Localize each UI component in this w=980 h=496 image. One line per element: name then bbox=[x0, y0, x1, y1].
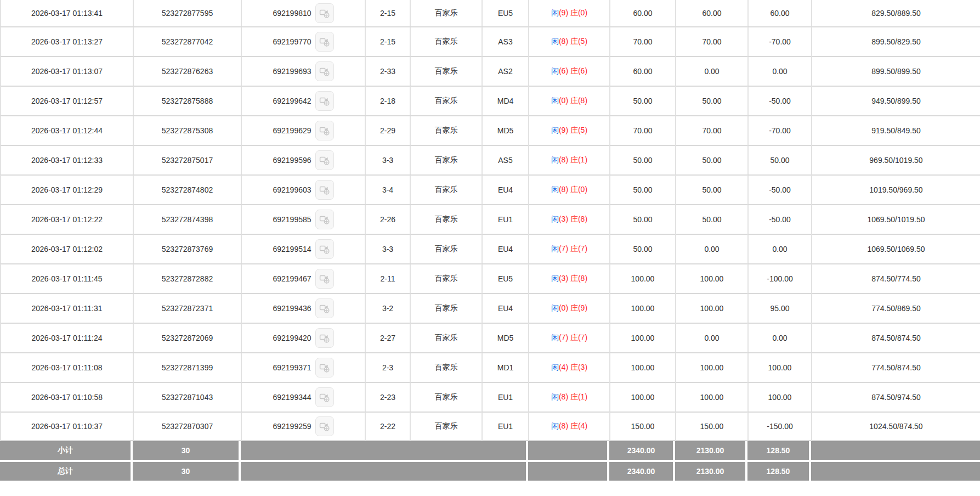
game-cell: 百家乐 bbox=[410, 323, 481, 352]
game-cell: 百家乐 bbox=[410, 352, 481, 382]
table-code-cell: EU4 bbox=[481, 234, 528, 263]
video-camera-film-icon bbox=[319, 36, 330, 47]
bet-amount-cell[interactable]: 50.00 bbox=[609, 204, 675, 234]
total-winloss: 128.50 bbox=[747, 462, 811, 481]
bet-amount-cell[interactable]: 100.00 bbox=[609, 352, 675, 382]
subtotal-valid: 2130.00 bbox=[675, 441, 747, 460]
round-id: 692199596 bbox=[273, 156, 311, 165]
result-cell: 闲(8) 庄(4) bbox=[528, 412, 609, 441]
result-cell: 闲(3) 庄(8) bbox=[528, 204, 609, 234]
result-cell: 闲(9) 庄(0) bbox=[528, 0, 609, 26]
result-cell: 闲(8) 庄(1) bbox=[528, 145, 609, 174]
bet-id-cell: 523272872882 bbox=[133, 263, 241, 293]
subtotal-label: 小计 bbox=[0, 441, 133, 460]
bet-amount-cell[interactable]: 100.00 bbox=[609, 323, 675, 352]
winloss-cell: -50.00 bbox=[747, 86, 811, 115]
valid-amount-cell: 100.00 bbox=[675, 293, 747, 323]
bet-amount-cell[interactable]: 150.00 bbox=[609, 412, 675, 441]
subtotal-spacer bbox=[241, 441, 528, 460]
bet-id-cell: 523272875888 bbox=[133, 86, 241, 115]
result-player-label: 闲 bbox=[551, 274, 559, 283]
bet-amount-cell[interactable]: 50.00 bbox=[609, 234, 675, 263]
time-cell: 2026-03-17 01:10:58 bbox=[0, 382, 133, 412]
time-cell: 2026-03-17 01:11:45 bbox=[0, 263, 133, 293]
result-player-label: 闲 bbox=[551, 333, 559, 342]
result-player-label: 闲 bbox=[551, 303, 559, 312]
video-button[interactable] bbox=[315, 387, 334, 407]
round-id: 692199693 bbox=[273, 67, 311, 76]
winloss-cell: 60.00 bbox=[747, 0, 811, 26]
table-round-cell: 3-4 bbox=[365, 174, 410, 204]
bet-amount-cell[interactable]: 100.00 bbox=[609, 293, 675, 323]
time-cell: 2026-03-17 01:13:07 bbox=[0, 56, 133, 86]
round-id-cell: 692199514 bbox=[241, 234, 365, 263]
result-player-label: 闲 bbox=[551, 392, 559, 401]
bet-amount-cell[interactable]: 50.00 bbox=[609, 86, 675, 115]
round-id: 692199514 bbox=[273, 245, 311, 253]
bet-amount-cell[interactable]: 100.00 bbox=[609, 382, 675, 412]
video-button[interactable] bbox=[315, 210, 334, 229]
balance-cell: 774.50/869.50 bbox=[811, 293, 980, 323]
result-detail: (8) 庄(1) bbox=[559, 155, 587, 164]
video-button[interactable] bbox=[315, 121, 334, 140]
game-cell: 百家乐 bbox=[410, 174, 481, 204]
bet-amount-cell[interactable]: 100.00 bbox=[609, 263, 675, 293]
balance-cell: 874.50/774.50 bbox=[811, 263, 980, 293]
subtotal-bet: 2340.00 bbox=[609, 441, 675, 460]
table-row: 2026-03-17 01:10:37 523272870307 6921992… bbox=[0, 412, 980, 441]
round-id-cell: 692199603 bbox=[241, 174, 365, 204]
bet-amount-cell[interactable]: 50.00 bbox=[609, 174, 675, 204]
video-button[interactable] bbox=[315, 61, 334, 81]
bet-amount-cell[interactable]: 60.00 bbox=[609, 56, 675, 86]
video-camera-film-icon bbox=[319, 214, 330, 225]
video-button[interactable] bbox=[315, 180, 334, 200]
bet-id-cell: 523272872069 bbox=[133, 323, 241, 352]
table-row: 2026-03-17 01:11:08 523272871399 6921993… bbox=[0, 352, 980, 382]
result-player-label: 闲 bbox=[551, 421, 559, 430]
video-button[interactable] bbox=[315, 150, 334, 170]
video-button[interactable] bbox=[315, 416, 334, 436]
video-button[interactable] bbox=[315, 239, 334, 259]
video-button[interactable] bbox=[315, 3, 334, 23]
bet-id-cell: 523272870307 bbox=[133, 412, 241, 441]
video-button[interactable] bbox=[315, 32, 334, 52]
valid-amount-cell: 50.00 bbox=[675, 145, 747, 174]
result-player-label: 闲 bbox=[551, 155, 559, 164]
video-button[interactable] bbox=[315, 328, 334, 348]
table-round-cell: 2-23 bbox=[365, 382, 410, 412]
time-cell: 2026-03-17 01:12:29 bbox=[0, 174, 133, 204]
table-round-cell: 2-29 bbox=[365, 115, 410, 145]
game-cell: 百家乐 bbox=[410, 293, 481, 323]
bet-id-cell: 523272872371 bbox=[133, 293, 241, 323]
table-code-cell: MD5 bbox=[481, 115, 528, 145]
result-cell: 闲(8) 庄(1) bbox=[528, 382, 609, 412]
bet-amount-cell[interactable]: 70.00 bbox=[609, 115, 675, 145]
balance-cell: 1019.50/969.50 bbox=[811, 174, 980, 204]
bet-amount-cell[interactable]: 50.00 bbox=[609, 145, 675, 174]
video-button[interactable] bbox=[315, 298, 334, 318]
result-cell: 闲(0) 庄(8) bbox=[528, 86, 609, 115]
round-id: 692199585 bbox=[273, 215, 311, 224]
video-button[interactable] bbox=[315, 269, 334, 289]
table-round-cell: 3-3 bbox=[365, 234, 410, 263]
round-id: 692199467 bbox=[273, 274, 311, 283]
winloss-cell: 50.00 bbox=[747, 145, 811, 174]
balance-cell: 949.50/899.50 bbox=[811, 86, 980, 115]
video-button[interactable] bbox=[315, 91, 334, 111]
result-detail: (3) 庄(8) bbox=[559, 274, 587, 283]
result-player-label: 闲 bbox=[551, 185, 559, 194]
table-row: 2026-03-17 01:11:31 523272872371 6921994… bbox=[0, 293, 980, 323]
game-cell: 百家乐 bbox=[410, 26, 481, 56]
round-id: 692199259 bbox=[273, 422, 311, 431]
time-cell: 2026-03-17 01:11:08 bbox=[0, 352, 133, 382]
bet-amount-cell[interactable]: 70.00 bbox=[609, 26, 675, 56]
video-button[interactable] bbox=[315, 358, 334, 377]
table-code-cell: EU1 bbox=[481, 382, 528, 412]
total-row: 总计 30 2340.00 2130.00 128.50 bbox=[0, 462, 980, 481]
result-detail: (8) 庄(1) bbox=[559, 392, 587, 401]
bet-amount-cell[interactable]: 60.00 bbox=[609, 0, 675, 26]
result-player-label: 闲 bbox=[551, 66, 559, 75]
total-count: 30 bbox=[133, 462, 241, 481]
result-cell: 闲(0) 庄(9) bbox=[528, 293, 609, 323]
betting-records-table: 2026-03-17 01:13:41 523272877595 6921998… bbox=[0, 0, 980, 441]
